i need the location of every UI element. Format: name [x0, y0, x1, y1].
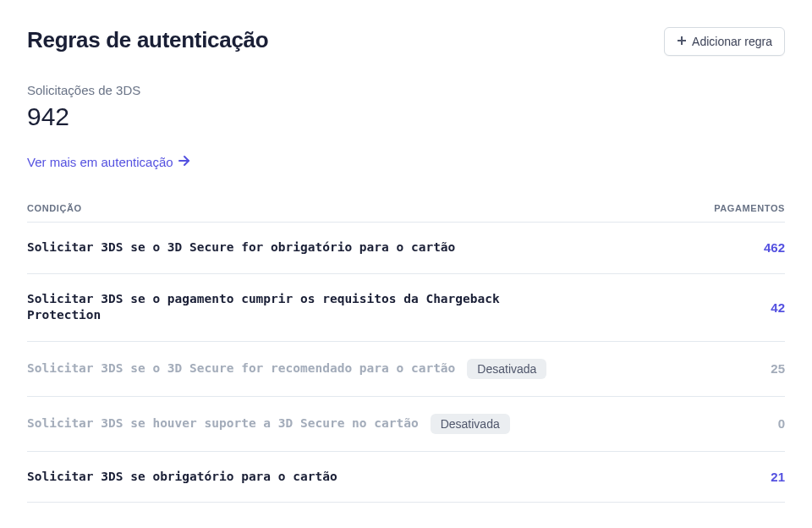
- rule-condition: Solicitar 3DS se o pagamento cumprir os …: [27, 291, 714, 324]
- rule-row[interactable]: Solicitar 3DS se o pagamento cumprir os …: [27, 274, 785, 342]
- rule-row[interactable]: Solicitar 3DS se o 3D Secure for obrigat…: [27, 223, 785, 274]
- rule-row[interactable]: Solicitar 3DS se o 3D Secure for recomen…: [27, 342, 785, 397]
- rule-payments-count: 21: [734, 470, 785, 484]
- link-more-auth[interactable]: Ver mais em autenticação: [27, 155, 190, 169]
- rule-payments-count: 25: [734, 361, 785, 376]
- disabled-badge: Desativada: [467, 359, 546, 379]
- link-more-label: Ver mais em autenticação: [27, 155, 173, 169]
- metric-value: 942: [27, 102, 785, 131]
- arrow-right-icon: [178, 155, 190, 169]
- rule-text: Solicitar 3DS se o pagamento cumprir os …: [27, 291, 568, 324]
- rule-payments-count: 0: [734, 416, 785, 431]
- rule-text: Solicitar 3DS se obrigatório para o cart…: [27, 469, 337, 486]
- page-title: Regras de autenticação: [27, 27, 268, 53]
- rule-condition: Solicitar 3DS se houver suporte a 3D Sec…: [27, 414, 714, 434]
- disabled-badge: Desativada: [431, 414, 510, 434]
- rule-text: Solicitar 3DS se houver suporte a 3D Sec…: [27, 415, 419, 432]
- col-header-payments: PAGAMENTOS: [714, 203, 785, 213]
- rule-condition: Solicitar 3DS se obrigatório para o cart…: [27, 469, 714, 486]
- add-rule-button-label: Adicionar regra: [692, 35, 772, 48]
- col-header-condition: CONDIÇÃO: [27, 203, 82, 213]
- rule-text: Solicitar 3DS se o 3D Secure for recomen…: [27, 360, 455, 377]
- metric-label: Solicitações de 3DS: [27, 83, 785, 97]
- table-header: CONDIÇÃO PAGAMENTOS: [27, 203, 785, 223]
- rule-condition: Solicitar 3DS se o 3D Secure for obrigat…: [27, 239, 714, 256]
- rule-text: Solicitar 3DS se o 3D Secure for obrigat…: [27, 239, 455, 256]
- plus-icon: [677, 35, 687, 48]
- rule-row[interactable]: Solicitar 3DS se houver suporte a 3D Sec…: [27, 397, 785, 452]
- rule-condition: Solicitar 3DS se o 3D Secure for recomen…: [27, 359, 714, 379]
- rule-row[interactable]: Solicitar 3DS se obrigatório para o cart…: [27, 452, 785, 503]
- rule-payments-count: 42: [734, 300, 785, 315]
- rule-payments-count: 462: [734, 240, 785, 255]
- add-rule-button[interactable]: Adicionar regra: [664, 27, 785, 56]
